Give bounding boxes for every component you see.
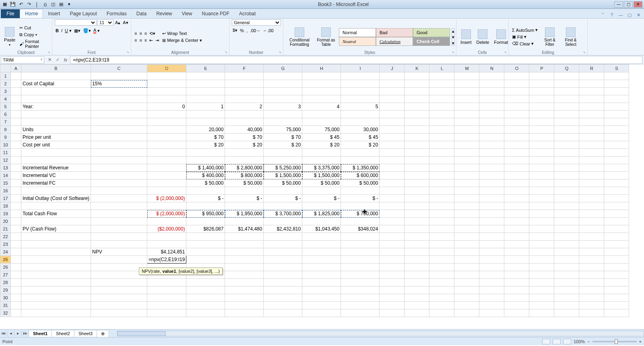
cell-O5[interactable] xyxy=(504,103,529,111)
sheet-tab-2[interactable]: Sheet2 xyxy=(52,330,74,337)
cell-H14[interactable]: $ 1,500,000 xyxy=(302,172,341,179)
cell-F26[interactable] xyxy=(225,264,264,271)
cell-S2[interactable] xyxy=(604,80,629,88)
cell-H9[interactable]: $ 45 xyxy=(302,134,341,141)
row-header-4[interactable]: 4 xyxy=(0,95,11,103)
cell-C3[interactable] xyxy=(91,88,147,95)
doc-max-icon[interactable]: ▢ xyxy=(626,12,633,18)
cell-M4[interactable] xyxy=(454,95,479,103)
cell-C25[interactable] xyxy=(91,256,147,264)
cell-F30[interactable] xyxy=(225,294,264,302)
cell-O18[interactable] xyxy=(504,202,529,210)
cell-E18[interactable] xyxy=(186,202,225,210)
cell-K19[interactable] xyxy=(405,210,429,218)
cell-R8[interactable] xyxy=(579,126,604,134)
cell-C9[interactable] xyxy=(91,134,147,141)
cell-B13[interactable]: Incremental Revenue xyxy=(21,164,91,172)
cell-M27[interactable] xyxy=(454,271,479,279)
fx-icon[interactable]: fx xyxy=(62,56,69,64)
cell-G30[interactable] xyxy=(264,294,302,302)
qat-btn[interactable]: ▤ xyxy=(58,1,64,8)
cell-N4[interactable] xyxy=(479,95,504,103)
help-icon[interactable]: ? xyxy=(609,12,615,18)
cell-S14[interactable] xyxy=(604,172,629,179)
inc-decimal-button[interactable]: .00→ xyxy=(249,27,261,33)
cell-E19[interactable]: $ 950,000 xyxy=(186,210,225,218)
cell-I18[interactable] xyxy=(341,202,380,210)
cell-B21[interactable]: PV (Cash Flow) xyxy=(21,225,91,233)
cell-N30[interactable] xyxy=(479,294,504,302)
cell-B12[interactable] xyxy=(21,157,91,164)
cell-P22[interactable] xyxy=(529,233,554,241)
style-bad[interactable]: Bad xyxy=(376,28,413,37)
cell-N21[interactable] xyxy=(479,225,504,233)
cell-D23[interactable] xyxy=(147,241,186,248)
cell-B7[interactable] xyxy=(21,118,91,126)
cell-H16[interactable] xyxy=(302,187,341,195)
cell-B29[interactable] xyxy=(21,286,91,294)
cell-D18[interactable] xyxy=(147,202,186,210)
cell-L5[interactable] xyxy=(429,103,454,111)
cell-I24[interactable] xyxy=(341,248,380,256)
cell-A24[interactable] xyxy=(11,248,21,256)
cell-L2[interactable] xyxy=(429,80,454,88)
col-header-R[interactable]: R xyxy=(579,65,604,72)
cell-D3[interactable] xyxy=(147,88,186,95)
cell-D1[interactable] xyxy=(147,72,186,80)
cell-P8[interactable] xyxy=(529,126,554,134)
cell-H20[interactable] xyxy=(302,218,341,225)
paste-button[interactable]: Paste▾ xyxy=(2,26,17,47)
cell-S17[interactable] xyxy=(604,195,629,202)
dropdown-icon[interactable]: ▾ xyxy=(41,58,42,62)
cell-S19[interactable] xyxy=(604,210,629,218)
cell-M8[interactable] xyxy=(454,126,479,134)
cell-N3[interactable] xyxy=(479,88,504,95)
cell-A27[interactable] xyxy=(11,271,21,279)
style-good[interactable]: Good xyxy=(413,28,450,37)
down-icon[interactable]: ▾ xyxy=(452,35,454,40)
cell-F2[interactable] xyxy=(225,80,264,88)
cell-G32[interactable] xyxy=(264,309,302,317)
percent-button[interactable]: % xyxy=(239,27,245,33)
cell-M18[interactable] xyxy=(454,202,479,210)
cell-A23[interactable] xyxy=(11,241,21,248)
cell-C8[interactable] xyxy=(91,126,147,134)
worksheet-grid[interactable]: ABCDEFGHIJKLMNOPQRS 12Cost of Capital15%… xyxy=(0,64,629,317)
cell-C22[interactable] xyxy=(91,233,147,241)
col-header-L[interactable]: L xyxy=(429,65,454,72)
cell-F13[interactable]: $ 2,800,000 xyxy=(225,164,264,172)
indent-dec-icon[interactable]: ⇤ xyxy=(149,37,154,43)
cell-Q18[interactable] xyxy=(554,202,579,210)
cell-A1[interactable] xyxy=(11,72,21,80)
cell-O26[interactable] xyxy=(504,264,529,271)
col-header-K[interactable]: K xyxy=(405,65,429,72)
cell-Q2[interactable] xyxy=(554,80,579,88)
tab-acrobat[interactable]: Acrobat xyxy=(234,9,260,18)
copy-button[interactable]: ⧉Copy▾ xyxy=(19,32,50,38)
cell-E20[interactable] xyxy=(186,218,225,225)
cell-A2[interactable] xyxy=(11,80,21,88)
cell-B19[interactable]: Total Cash Flow xyxy=(21,210,91,218)
col-header-A[interactable]: A xyxy=(11,65,21,72)
row-header-18[interactable]: 18 xyxy=(0,202,11,210)
cell-A28[interactable] xyxy=(11,279,21,286)
cell-M11[interactable] xyxy=(454,149,479,157)
tab-home[interactable]: Home xyxy=(20,9,43,18)
row-header-13[interactable]: 13 xyxy=(0,164,11,172)
doc-close-icon[interactable]: ✕ xyxy=(635,12,642,18)
cell-K31[interactable] xyxy=(405,302,429,309)
border-button[interactable]: ▦▾ xyxy=(73,27,81,34)
col-header-S[interactable]: S xyxy=(604,65,629,72)
col-header-C[interactable]: C xyxy=(91,65,147,72)
cell-A3[interactable] xyxy=(11,88,21,95)
cell-J11[interactable] xyxy=(380,149,405,157)
cell-M28[interactable] xyxy=(454,279,479,286)
cell-F22[interactable] xyxy=(225,233,264,241)
cell-L15[interactable] xyxy=(429,179,454,187)
cell-A11[interactable] xyxy=(11,149,21,157)
close-button[interactable]: ✕ xyxy=(634,1,642,8)
row-header-22[interactable]: 22 xyxy=(0,233,11,241)
cell-H13[interactable]: $ 3,375,000 xyxy=(302,164,341,172)
cell-R4[interactable] xyxy=(579,95,604,103)
cell-Q12[interactable] xyxy=(554,157,579,164)
